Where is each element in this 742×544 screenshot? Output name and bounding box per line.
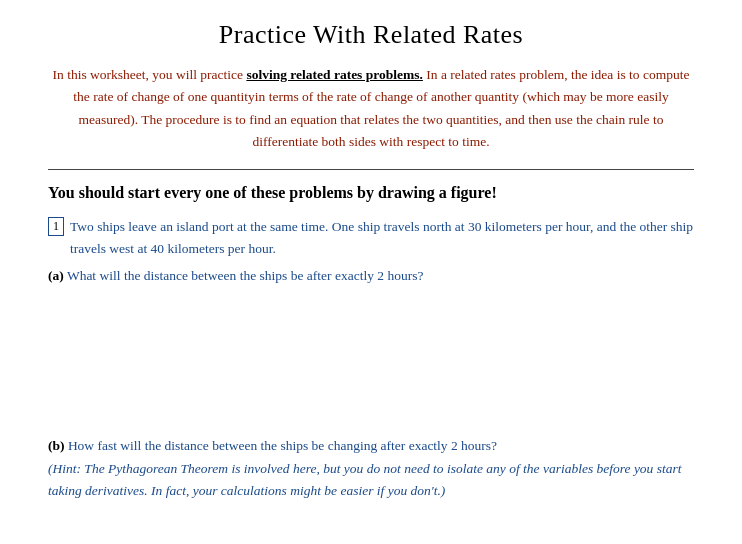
part-b: (b) How fast will the distance between t… bbox=[48, 435, 694, 502]
problem-number-box: 1 bbox=[48, 217, 64, 236]
part-b-question-line: (b) How fast will the distance between t… bbox=[48, 435, 694, 457]
answer-space-a bbox=[48, 297, 694, 427]
problem-description: Two ships leave an island port at the sa… bbox=[70, 216, 694, 259]
part-a-label: (a) bbox=[48, 268, 64, 283]
intro-part1: In this worksheet, you will practice bbox=[53, 67, 247, 82]
part-a-text: What will the distance between the ships… bbox=[67, 268, 424, 283]
horizontal-rule bbox=[48, 169, 694, 170]
part-a: (a) What will the distance between the s… bbox=[48, 265, 694, 287]
problem-number-line: 1 Two ships leave an island port at the … bbox=[48, 216, 694, 259]
part-b-question-text: How fast will the distance between the s… bbox=[68, 438, 497, 453]
intro-paragraph: In this worksheet, you will practice sol… bbox=[48, 64, 694, 153]
problem-1: 1 Two ships leave an island port at the … bbox=[48, 216, 694, 287]
intro-bold: solving related rates problems. bbox=[246, 67, 423, 82]
big-heading: You should start every one of these prob… bbox=[48, 184, 694, 202]
part-b-label: (b) bbox=[48, 438, 65, 453]
hint-text: (Hint: The Pythagorean Theorem is involv… bbox=[48, 458, 694, 501]
page-title: Practice With Related Rates bbox=[48, 20, 694, 50]
